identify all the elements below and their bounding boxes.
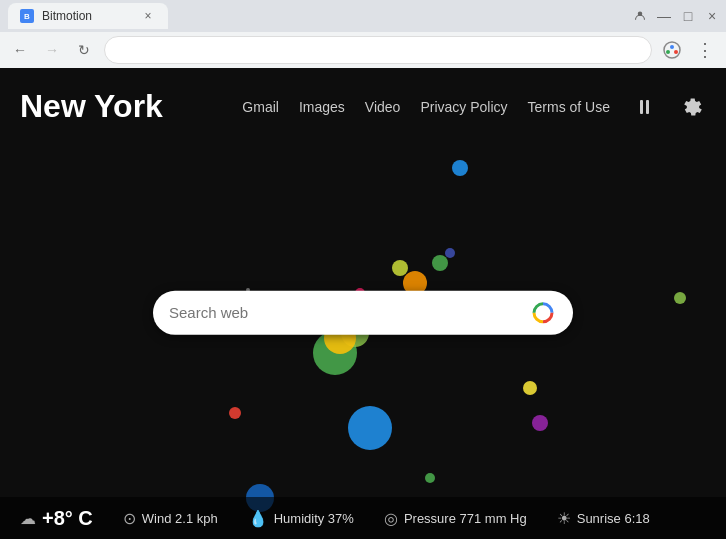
window-controls: — □ ×: [634, 10, 718, 22]
pause-button[interactable]: [630, 93, 658, 121]
pressure-icon: ◎: [384, 509, 398, 528]
sunrise-display: ☀ Sunrise 6:18: [557, 509, 650, 528]
extension-icon[interactable]: [660, 38, 684, 62]
reload-button[interactable]: ↻: [72, 38, 96, 62]
nav-link-video[interactable]: Video: [365, 99, 401, 115]
nav-links: Gmail Images Video Privacy Policy Terms …: [242, 93, 706, 121]
bubble: [452, 160, 468, 176]
city-name: New York: [20, 88, 163, 125]
temperature-value: +8° C: [42, 507, 93, 530]
tab-close-button[interactable]: ×: [140, 8, 156, 24]
svg-point-2: [670, 45, 674, 49]
search-container: [153, 290, 573, 334]
sunrise-icon: ☀: [557, 509, 571, 528]
svg-point-4: [666, 50, 670, 54]
weather-bar: ☁ +8° C ⊙ Wind 2.1 kph 💧 Humidity 37% ◎ …: [0, 497, 726, 539]
bubble: [425, 473, 435, 483]
wind-display: ⊙ Wind 2.1 kph: [123, 509, 218, 528]
humidity-display: 💧 Humidity 37%: [248, 509, 354, 528]
temperature-display: ☁ +8° C: [20, 507, 93, 530]
humidity-value: Humidity 37%: [274, 511, 354, 526]
sunrise-value: Sunrise 6:18: [577, 511, 650, 526]
minimize-button[interactable]: —: [658, 10, 670, 22]
svg-point-3: [674, 50, 678, 54]
address-bar[interactable]: [104, 36, 652, 64]
forward-button[interactable]: →: [40, 38, 64, 62]
bubble: [432, 255, 448, 271]
browser-menu-button[interactable]: ⋮: [692, 35, 718, 65]
bubble: [445, 248, 455, 258]
svg-point-1: [664, 42, 680, 58]
tab-title: Bitmotion: [42, 9, 132, 23]
google-search-icon: [529, 298, 557, 326]
profile-button[interactable]: [634, 10, 646, 22]
pressure-display: ◎ Pressure 771 mm Hg: [384, 509, 527, 528]
bubble: [229, 407, 241, 419]
pressure-value: Pressure 771 mm Hg: [404, 511, 527, 526]
nav-link-terms[interactable]: Terms of Use: [528, 99, 610, 115]
nav-link-privacy[interactable]: Privacy Policy: [420, 99, 507, 115]
bubble: [348, 406, 392, 450]
nav-link-gmail[interactable]: Gmail: [242, 99, 279, 115]
browser-tab[interactable]: B Bitmotion ×: [8, 3, 168, 29]
bubble: [523, 381, 537, 395]
address-bar-row: ← → ↻ ⋮: [0, 32, 726, 68]
bubble: [674, 292, 686, 304]
cloud-icon: ☁: [20, 509, 36, 528]
settings-button[interactable]: [678, 93, 706, 121]
wind-value: Wind 2.1 kph: [142, 511, 218, 526]
browser-chrome: B Bitmotion × — □ × ← → ↻: [0, 0, 726, 68]
title-bar: B Bitmotion × — □ ×: [0, 0, 726, 32]
close-button[interactable]: ×: [706, 10, 718, 22]
nav-link-images[interactable]: Images: [299, 99, 345, 115]
humidity-icon: 💧: [248, 509, 268, 528]
wind-icon: ⊙: [123, 509, 136, 528]
tab-favicon: B: [20, 9, 34, 23]
search-input[interactable]: [169, 304, 529, 321]
bubble: [532, 415, 548, 431]
maximize-button[interactable]: □: [682, 10, 694, 22]
bubble: [313, 331, 357, 375]
page-content: New York Gmail Images Video Privacy Poli…: [0, 68, 726, 539]
search-bar[interactable]: [153, 290, 573, 334]
bubble: [392, 260, 408, 276]
top-nav: New York Gmail Images Video Privacy Poli…: [0, 68, 726, 135]
back-button[interactable]: ←: [8, 38, 32, 62]
